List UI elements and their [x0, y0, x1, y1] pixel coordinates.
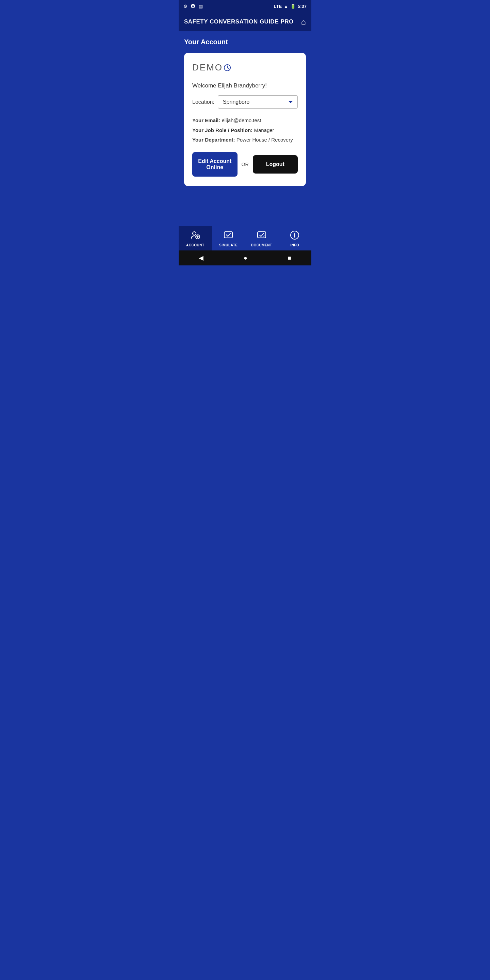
svg-point-7: [294, 233, 295, 234]
document-nav-label: DOCUMENT: [251, 243, 272, 247]
settings-icon: ⚙: [183, 4, 188, 9]
welcome-message: Welcome Elijah Brandyberry!: [192, 82, 298, 89]
page-content: Your Account DEMO Welcome Elijah Brandyb…: [179, 31, 311, 226]
app-title: SAFETY CONVERSATION GUIDE PRO: [184, 18, 294, 25]
battery-icon: 🔋: [290, 4, 296, 9]
text-icon: 🅐: [191, 4, 195, 9]
department-line: Your Department: Power House / Recovery: [192, 136, 298, 144]
edit-account-button[interactable]: Edit Account Online: [192, 152, 237, 177]
nav-item-account[interactable]: ACCOUNT: [179, 226, 212, 250]
info-section: Your Email: elijah@demo.test Your Job Ro…: [192, 117, 298, 144]
email-line: Your Email: elijah@demo.test: [192, 117, 298, 124]
app-header: SAFETY CONVERSATION GUIDE PRO ⌂: [179, 12, 311, 31]
logout-button[interactable]: Logout: [253, 155, 298, 173]
status-right-icons: LTE ▲ 🔋 5:37: [274, 4, 307, 9]
sdcard-icon: ▤: [199, 4, 203, 9]
button-row: Edit Account Online OR Logout: [192, 152, 298, 177]
home-button[interactable]: ●: [243, 255, 247, 262]
info-nav-label: INFO: [290, 243, 299, 247]
job-role-label: Your Job Role / Position:: [192, 127, 253, 133]
system-nav-bar: ◀ ● ■: [179, 250, 311, 266]
department-label: Your Department:: [192, 137, 235, 143]
status-bar: ⚙ 🅐 ▤ LTE ▲ 🔋 5:37: [179, 0, 311, 12]
demo-logo: DEMO: [192, 62, 298, 73]
job-role-line: Your Job Role / Position: Manager: [192, 127, 298, 134]
demo-text: DEMO: [192, 62, 223, 73]
location-row: Location: Springboro: [192, 95, 298, 108]
nav-item-info[interactable]: INFO: [278, 226, 312, 250]
department-value: Power House / Recovery: [237, 137, 293, 143]
email-label: Your Email:: [192, 118, 220, 123]
home-icon[interactable]: ⌂: [301, 17, 306, 27]
document-nav-icon: [257, 231, 266, 242]
info-nav-icon: [290, 231, 299, 242]
account-card: DEMO Welcome Elijah Brandyberry! Locatio…: [184, 53, 306, 186]
svg-point-1: [192, 232, 196, 235]
location-select[interactable]: Springboro: [218, 95, 298, 108]
job-role-value: Manager: [254, 127, 274, 133]
or-label: OR: [237, 162, 253, 167]
nav-item-simulate[interactable]: SIMULATE: [212, 226, 245, 250]
svg-rect-4: [258, 232, 266, 238]
signal-icon: ▲: [284, 4, 288, 9]
status-left-icons: ⚙ 🅐 ▤: [183, 4, 203, 9]
simulate-nav-icon: [224, 231, 233, 242]
bottom-nav: ACCOUNT SIMULATE DOCUMENT: [179, 226, 311, 250]
page-heading: Your Account: [184, 38, 306, 46]
lte-label: LTE: [274, 4, 282, 9]
location-label: Location:: [192, 99, 215, 105]
time-display: 5:37: [298, 4, 307, 9]
simulate-nav-label: SIMULATE: [219, 243, 237, 247]
demo-circle-icon: [224, 64, 231, 72]
email-value: elijah@demo.test: [221, 118, 261, 123]
svg-rect-3: [224, 232, 232, 238]
recent-button[interactable]: ■: [288, 255, 291, 262]
account-nav-label: ACCOUNT: [186, 243, 205, 247]
back-button[interactable]: ◀: [199, 254, 204, 262]
account-nav-icon: [191, 231, 200, 242]
nav-item-document[interactable]: DOCUMENT: [245, 226, 278, 250]
